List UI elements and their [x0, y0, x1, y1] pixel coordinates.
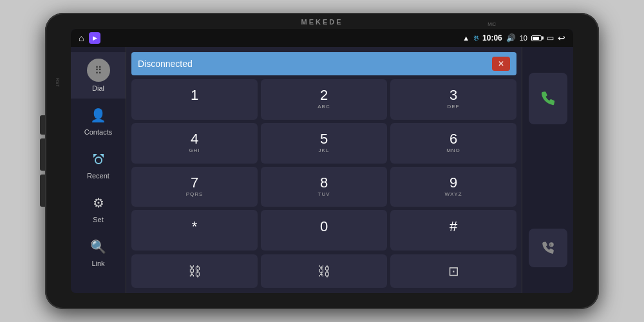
key-1[interactable]: 1 — [131, 79, 258, 120]
home-icon[interactable]: ⌂ — [79, 33, 84, 43]
key-9[interactable]: 9WXYZ — [390, 167, 516, 207]
sidebar-item-contacts[interactable]: 👤 Contacts — [71, 99, 126, 142]
wifi-icon: ▲ — [462, 34, 469, 42]
input-bar: Disconnected ✕ — [131, 52, 516, 75]
device-unit: MEKEDE MIC RST ⌂ ▶ ▲ 𝔅 10: — [45, 13, 599, 309]
status-bar-right: ▲ 𝔅 10:06 🔊 10 ▭ ↩ — [462, 33, 565, 43]
brand-label: MEKEDE — [301, 18, 343, 26]
status-bar-left: ⌂ ▶ — [79, 32, 100, 44]
info-call-button[interactable]: i — [529, 229, 567, 267]
svg-text:i: i — [550, 242, 551, 247]
right-panel: i — [522, 47, 573, 293]
link-icon: 🔍 — [88, 236, 109, 257]
mic-label: MIC — [488, 22, 496, 26]
svg-point-0 — [95, 157, 102, 164]
status-bar: ⌂ ▶ ▲ 𝔅 10:06 🔊 10 — [71, 29, 573, 47]
call-button[interactable] — [529, 73, 567, 124]
input-text: Disconnected — [138, 59, 193, 69]
side-buttons — [40, 115, 45, 207]
recent-label: Recent — [87, 172, 109, 180]
main-area: ⠿ Dial 👤 Contacts — [71, 47, 573, 293]
sidebar-item-dial[interactable]: ⠿ Dial — [71, 52, 126, 99]
sidebar: ⠿ Dial 👤 Contacts — [71, 47, 126, 293]
rst-label: RST — [55, 78, 60, 87]
key-7[interactable]: 7PQRS — [131, 167, 258, 207]
dial-icon: ⠿ — [87, 59, 110, 82]
time-display: 10:06 — [482, 33, 502, 43]
link-button-1[interactable]: ⛓ — [131, 254, 258, 288]
settings-icon: ⚙ — [88, 193, 109, 213]
key-8[interactable]: 8TUV — [261, 167, 387, 207]
bottom-action-row: ⛓⛓⊡ — [131, 254, 516, 288]
sidebar-item-link[interactable]: 🔍 Link — [71, 230, 126, 274]
recent-icon — [88, 149, 109, 169]
key-4[interactable]: 4GHI — [131, 123, 258, 164]
sidebar-item-set[interactable]: ⚙ Set — [71, 186, 126, 230]
contacts-icon: 👤 — [88, 105, 109, 126]
side-button-volume-down[interactable] — [40, 175, 45, 207]
app-icon[interactable]: ▶ — [89, 32, 100, 44]
set-label: Set — [93, 216, 104, 223]
link-button-2[interactable]: ⛓ — [261, 254, 387, 288]
contacts-label: Contacts — [84, 128, 112, 136]
transfer-button[interactable]: ⊡ — [390, 254, 516, 288]
volume-value: 10 — [520, 34, 527, 42]
battery-icon — [531, 35, 542, 41]
bluetooth-icon: 𝔅 — [473, 34, 478, 43]
key-*[interactable]: * — [131, 210, 258, 251]
sidebar-item-recent[interactable]: Recent — [71, 142, 126, 186]
key-#[interactable]: # — [390, 210, 516, 251]
recent-apps-icon[interactable]: ▭ — [547, 33, 554, 43]
back-icon[interactable]: ↩ — [558, 33, 565, 43]
screen: ⌂ ▶ ▲ 𝔅 10:06 🔊 10 — [71, 29, 573, 293]
key-0[interactable]: 0 — [261, 210, 387, 251]
center-content: Disconnected ✕ 12ABC3DEF4GHI5JKL6MNO7PQR… — [126, 47, 522, 293]
key-2[interactable]: 2ABC — [261, 79, 387, 120]
dial-label: Dial — [92, 84, 104, 92]
key-5[interactable]: 5JKL — [261, 123, 387, 164]
keypad-grid: 12ABC3DEF4GHI5JKL6MNO7PQRS8TUV9WXYZ*0# — [131, 79, 516, 251]
key-3[interactable]: 3DEF — [390, 79, 516, 120]
clear-button[interactable]: ✕ — [492, 57, 510, 71]
volume-icon: 🔊 — [506, 33, 516, 43]
key-6[interactable]: 6MNO — [390, 123, 516, 164]
side-button-power[interactable] — [40, 115, 45, 135]
side-button-volume-up[interactable] — [40, 138, 45, 171]
link-label: Link — [91, 260, 104, 267]
